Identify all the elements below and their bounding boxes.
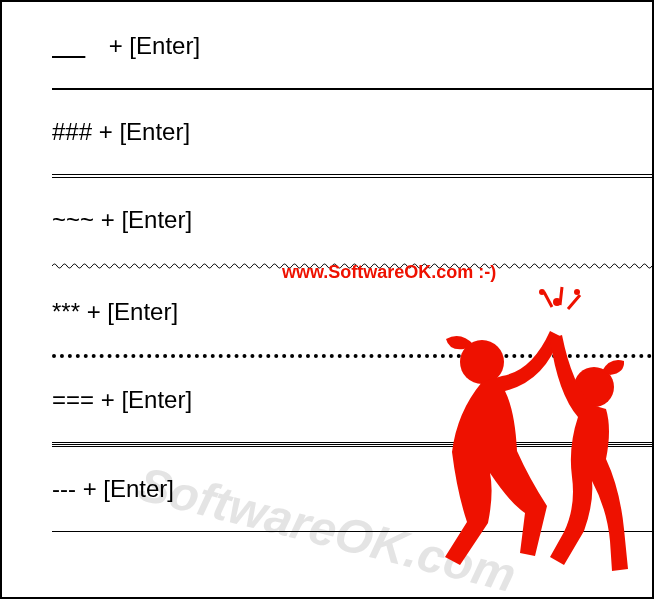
divider-triple-line [52, 442, 652, 447]
shortcut-asterisk: *** + [Enter] [52, 298, 652, 326]
divider-thin-line [52, 531, 652, 532]
shortcut-hyphen: --- + [Enter] [52, 475, 652, 503]
divider-double-line [52, 174, 652, 178]
shortcut-underscore-text: + [Enter] [102, 32, 200, 59]
shortcut-equals: === + [Enter] [52, 386, 652, 414]
document-area: + [Enter] ### + [Enter] ~~~ + [Enter] **… [52, 32, 652, 567]
divider-wavy-line [52, 262, 652, 270]
shortcut-underscore: + [Enter] [52, 32, 652, 60]
shortcut-hash: ### + [Enter] [52, 118, 652, 146]
shortcut-tilde: ~~~ + [Enter] [52, 206, 652, 234]
divider-single-line [52, 88, 652, 90]
divider-dotted-line [52, 354, 652, 358]
